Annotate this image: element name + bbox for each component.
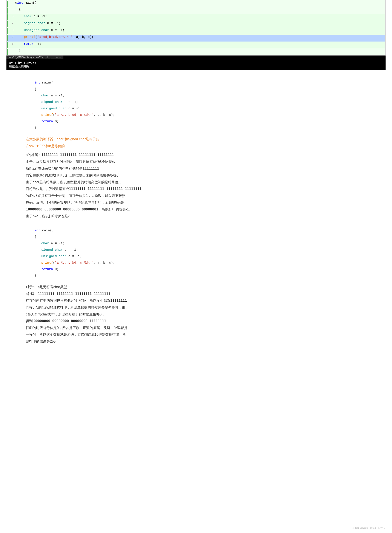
code-line: signed char b = -1; [34,99,366,105]
green-bar [7,35,8,41]
ide-code-block: ⊟int main() { 5 char a = -1; 7 signed ch… [6,0,386,56]
code-content: char a = -1; [15,15,47,18]
terminal-line-1: a=-1,b=-1,c=255 [9,61,383,65]
code-content: { [15,8,21,11]
terminal-tab-plus: + ∨ [56,56,61,59]
ide-line-5: 8 unsigned char c = -1; [7,28,385,35]
ide-line-8: } [7,48,385,55]
exp2-line-3: 存在的内存中的数据也只有低8个比特位，所以发生截断11111111 [26,297,366,304]
ide-line-1: ⊟int main() [7,0,385,7]
exp2-line-4: 同样c也是以%d的形式打印，所以拿数据的时候需要整型提升，由于 [26,304,366,311]
exp-line-3: 所以a存在char类型的内存中存储的是11111111 [26,165,366,172]
terminal-tab-icon: ⊟ [9,56,10,59]
article-code-block-1: int main() { char a = -1; signed char b … [34,80,366,131]
code-line: char a = -1; [34,93,366,99]
line-num: 5 [9,14,15,18]
code-line: { [34,234,366,240]
code-line: char a = -1; [34,240,366,247]
exp2-line-8: 一样的，所以这个数据就是原码，直接翻译成10进制数据打印，所 [26,331,366,338]
exp-line-1: a的补码：11111111 11111111 11111111 11111111 [26,152,366,158]
green-bar [7,42,8,48]
green-bar [7,21,8,27]
code-line: return 0; [34,118,366,125]
exp-line-2: 由于char类型只能存8个比特位，所以只能存储低8个比特位 [26,159,366,165]
exp2-line-1: 对于c，c是无符号char类型 [26,284,366,290]
terminal-area: ⊟ C:\WINDOWS\system32\cmd... + ∨ a=-1,b=… [6,56,386,70]
article-code-block-2: int main() { char a = -1; signed char b … [34,227,366,279]
exp-line-4: 而它要以%d的形式打印，所以数据拿出来的时候需要整型提升， [26,172,366,179]
highlight-line-1: 在大多数的编译器下char 和signed char是等价的 [26,136,366,142]
green-bar [7,1,8,7]
exp-line-10: 由于b=a，所以打印的b也是-1. [26,213,366,219]
terminal-content: a=-1,b=-1,c=255 请按任意键继续. . . [6,59,386,70]
green-bar [7,49,8,55]
code-line: unsigned char c = -1; [34,253,366,260]
article-area: int main() { char a = -1; signed char b … [26,80,366,344]
line-num: 7 [9,21,15,25]
exp-line-6: 而符号位是1，所以数据变成11111111 11111111 11111111 … [26,186,366,192]
exp-line-8: 原码、反码、补码的运算规则计算得到原码再打印，全1的原码是 [26,199,366,206]
terminal-tab-label: C:\WINDOWS\system32\cmd... [12,56,53,59]
terminal-tab: ⊟ C:\WINDOWS\system32\cmd... + ∨ [6,56,63,59]
exp2-line-5: c是无符号char类型，所以整形提升的时候直接补0， [26,311,366,318]
code-content: ⊟int main() [15,1,37,5]
code-content: unsigned char c = -1; [15,28,65,32]
code-content: signed char b = -1; [15,22,61,25]
line-num: 0 [9,42,15,45]
exp2-line-6: 得到 00000000 00000000 00000000 11111111 [26,318,366,324]
code-line: printf("a=%d, b=%d, c=%d\n", a, b, c); [34,260,366,266]
ide-line-6: 9 printf("a=%d,b=%d,c=%d\n", a, b, c); [7,35,385,42]
code-content: printf("a=%d,b=%d,c=%d\n", a, b, c); [15,35,93,39]
code-line: } [34,125,366,131]
code-line: printf("a=%d, b=%d, c=%d\n", a, b, c); [34,112,366,118]
line-num: 8 [9,28,15,32]
watermark: CSDN @KOBE 0824 BRYANT [352,527,387,529]
code-line: return 0; [34,266,366,273]
code-line: } [34,273,366,279]
exp2-line-2: c补码：11111111 11111111 11111111 11111111 [26,291,366,297]
line-num: 9 [9,35,15,38]
code-content: } [15,49,21,52]
terminal-line-2: 请按任意键继续. . . [9,65,383,68]
exp2-line-9: 以打印的结果是255. [26,338,366,345]
green-bar [7,14,8,20]
code-line: int main() [34,80,366,86]
exp2-line-7: 打印的时候符号位是0，所以是正数，正数的原码、反码、补码都是 [26,325,366,331]
code-line: unsigned char c = -1; [34,105,366,112]
code-line: int main() [34,227,366,234]
code-content: return 0; [15,42,41,46]
ide-line-2: { [7,7,385,14]
exp-line-5: 由于char是有符号数，所以整型提升的时候高位补的是符号位， [26,179,366,185]
exp-line-9: 10000000 00000000 00000000 00000001，所以打印… [26,206,366,212]
code-line: { [34,86,366,93]
exp-line-7: %d的格式是有符号十进制，而符号位是1，为负数，所以需要按照 [26,193,366,199]
ide-line-4: 7 signed char b = -1; [7,21,385,28]
highlight-line-2: 在vs2019下a和b是等价的 [26,143,366,149]
ide-line-7: 0 return 0; [7,42,385,48]
green-bar [7,8,8,14]
green-bar [7,28,8,34]
code-line: signed char b = -1; [34,247,366,253]
ide-line-3: 5 char a = -1; [7,14,385,21]
